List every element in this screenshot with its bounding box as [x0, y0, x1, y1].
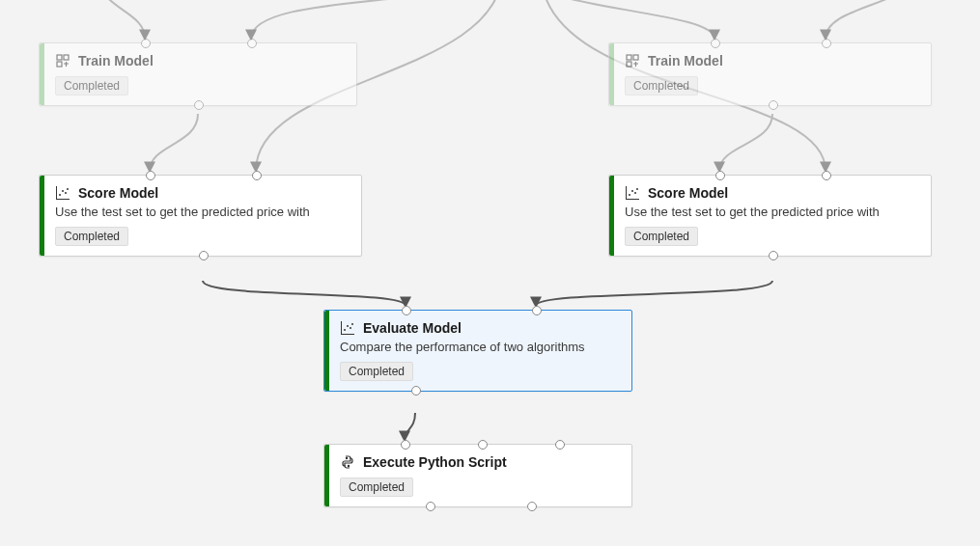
input-port-1[interactable] — [401, 440, 410, 450]
input-port-1[interactable] — [141, 39, 151, 48]
input-port-2[interactable] — [247, 39, 257, 48]
node-train-model-right[interactable]: Train Model Completed — [608, 42, 932, 106]
svg-rect-18 — [341, 321, 342, 335]
svg-point-11 — [67, 188, 69, 190]
svg-point-8 — [59, 194, 61, 196]
svg-point-17 — [636, 188, 638, 190]
svg-point-20 — [344, 329, 346, 331]
svg-point-23 — [351, 323, 353, 325]
node-description: Compare the performance of two algorithm… — [340, 340, 620, 354]
output-port[interactable] — [411, 386, 421, 396]
scatter-chart-icon — [625, 185, 640, 201]
input-port-1[interactable] — [711, 39, 720, 48]
svg-point-25 — [348, 465, 349, 466]
input-port-2[interactable] — [822, 39, 831, 48]
input-port-1[interactable] — [146, 171, 155, 180]
scatter-chart-icon — [55, 185, 70, 201]
input-port-2[interactable] — [478, 440, 488, 450]
svg-rect-1 — [64, 55, 69, 60]
svg-rect-3 — [627, 55, 631, 60]
status-badge: Completed — [55, 76, 128, 96]
svg-point-15 — [631, 190, 633, 192]
node-score-model-left[interactable]: Score Model Use the test set to get the … — [39, 175, 362, 257]
node-title: Evaluate Model — [363, 320, 462, 336]
python-script-icon — [340, 454, 355, 470]
node-score-model-right[interactable]: Score Model Use the test set to get the … — [608, 175, 932, 257]
output-port[interactable] — [769, 251, 778, 260]
node-title: Train Model — [648, 53, 723, 68]
train-model-icon — [55, 53, 70, 68]
svg-point-24 — [346, 457, 347, 458]
svg-point-14 — [629, 194, 630, 196]
svg-rect-19 — [341, 334, 354, 335]
node-description: Use the test set to get the predicted pr… — [625, 205, 919, 219]
node-description: Use the test set to get the predicted pr… — [55, 205, 350, 219]
svg-rect-0 — [57, 55, 62, 60]
svg-point-21 — [347, 325, 349, 327]
node-title: Train Model — [78, 53, 154, 68]
input-port-1[interactable] — [715, 171, 725, 180]
node-execute-python-script[interactable]: Execute Python Script Completed — [323, 444, 632, 507]
svg-rect-7 — [56, 199, 70, 200]
output-port-2[interactable] — [527, 502, 537, 511]
svg-point-22 — [350, 327, 351, 329]
status-badge: Completed — [340, 478, 413, 497]
scatter-chart-icon — [340, 320, 355, 336]
svg-rect-12 — [626, 186, 627, 200]
svg-rect-2 — [57, 62, 62, 67]
output-port[interactable] — [769, 100, 778, 110]
svg-point-10 — [65, 192, 67, 194]
node-title: Score Model — [648, 185, 728, 201]
input-port-2[interactable] — [532, 306, 542, 315]
svg-point-9 — [62, 190, 64, 192]
status-badge: Completed — [625, 76, 698, 96]
status-badge: Completed — [340, 362, 413, 381]
input-port-3[interactable] — [555, 440, 565, 450]
svg-rect-13 — [626, 199, 639, 200]
node-evaluate-model[interactable]: Evaluate Model Compare the performance o… — [323, 310, 632, 392]
input-port-2[interactable] — [252, 171, 262, 180]
train-model-icon — [625, 53, 640, 68]
svg-point-16 — [634, 192, 636, 194]
node-title: Execute Python Script — [363, 454, 507, 470]
node-title: Score Model — [78, 185, 158, 201]
svg-rect-4 — [633, 55, 638, 60]
output-port-1[interactable] — [426, 502, 435, 511]
output-port[interactable] — [194, 100, 204, 110]
pipeline-canvas[interactable]: Train Model Completed Train Model Comple… — [0, 0, 980, 546]
output-port[interactable] — [199, 251, 209, 260]
svg-rect-6 — [56, 186, 57, 200]
status-badge: Completed — [55, 227, 128, 246]
input-port-1[interactable] — [402, 306, 411, 315]
status-badge: Completed — [625, 227, 698, 246]
svg-rect-5 — [627, 62, 631, 67]
input-port-2[interactable] — [822, 171, 831, 180]
node-train-model-left[interactable]: Train Model Completed — [39, 42, 357, 106]
